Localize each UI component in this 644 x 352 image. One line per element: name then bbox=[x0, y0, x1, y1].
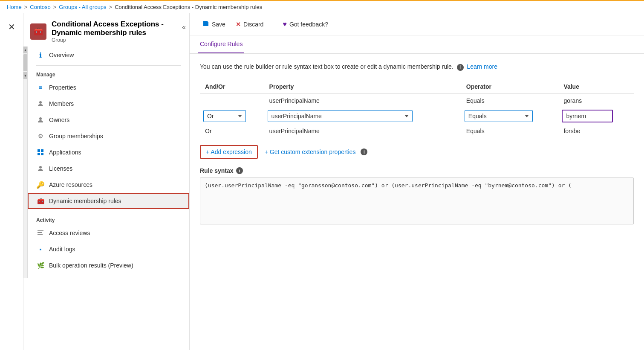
row1-value: gorans bbox=[558, 94, 634, 108]
owners-label: Owners bbox=[49, 116, 69, 123]
row3-value: forsbe bbox=[558, 124, 634, 138]
scroll-up[interactable]: ▲ bbox=[23, 47, 27, 53]
toolbar: Save ✕ Discard ♥ Got feedback? bbox=[190, 13, 644, 35]
custom-extension-info-icon[interactable]: i bbox=[361, 148, 367, 155]
svg-point-0 bbox=[39, 101, 42, 104]
table-row: Or userPrincipalName Equals forsbe bbox=[200, 124, 634, 138]
svg-point-6 bbox=[39, 166, 42, 169]
members-icon bbox=[36, 99, 45, 108]
manage-divider bbox=[36, 65, 181, 66]
svg-rect-2 bbox=[38, 149, 40, 152]
sidebar-subtitle: Group bbox=[52, 37, 182, 43]
svg-rect-5 bbox=[41, 153, 43, 155]
row3-andor: Or bbox=[200, 124, 264, 138]
svg-point-1 bbox=[39, 117, 42, 120]
discard-label: Discard bbox=[243, 21, 263, 28]
sidebar-item-bulk-operation[interactable]: 🌿 Bulk operation results (Preview) bbox=[28, 257, 189, 273]
info-icon: ℹ bbox=[36, 51, 45, 59]
scroll-thumb bbox=[23, 54, 27, 71]
breadcrumb-sep-2: > bbox=[53, 4, 57, 10]
azure-resources-icon: 🔑 bbox=[36, 180, 45, 189]
info-tooltip-icon[interactable]: i bbox=[457, 64, 464, 71]
close-button[interactable]: ✕ bbox=[5, 18, 19, 35]
value-input[interactable] bbox=[562, 110, 613, 122]
feedback-button[interactable]: ♥ Got feedback? bbox=[278, 18, 332, 31]
add-expression-button[interactable]: + Add expression bbox=[200, 145, 258, 159]
save-button[interactable]: Save bbox=[198, 17, 230, 31]
feedback-label: Got feedback? bbox=[289, 21, 328, 28]
table-header-row: And/Or Property Operator Value bbox=[200, 80, 634, 94]
sidebar-item-overview[interactable]: ℹ Properties Overview bbox=[28, 47, 189, 64]
sidebar-collapse-button[interactable]: « bbox=[179, 22, 189, 33]
members-label: Members bbox=[49, 100, 74, 107]
property-select[interactable]: userPrincipalName displayName mail bbox=[268, 110, 413, 122]
group-memberships-icon: ⚙ bbox=[36, 132, 45, 140]
close-col: ✕ bbox=[0, 13, 23, 350]
audit-logs-icon: ▪ bbox=[36, 245, 45, 253]
get-custom-extension-button[interactable]: + Get custom extension properties i bbox=[265, 148, 368, 155]
audit-logs-label: Audit logs bbox=[49, 246, 75, 253]
azure-resources-label: Azure resources bbox=[49, 181, 92, 188]
bulk-operation-label: Bulk operation results (Preview) bbox=[49, 262, 133, 269]
breadcrumb-sep-3: > bbox=[109, 4, 113, 10]
sidebar-item-applications[interactable]: Applications bbox=[28, 144, 189, 160]
content-area: You can use the rule builder or rule syn… bbox=[190, 54, 644, 234]
feedback-heart-icon: ♥ bbox=[283, 20, 287, 28]
activity-divider bbox=[36, 211, 181, 211]
group-memberships-label: Group memberships bbox=[49, 133, 103, 140]
breadcrumb-all-groups[interactable]: Groups - All groups bbox=[59, 4, 106, 10]
sidebar-item-properties[interactable]: ≡ Properties bbox=[28, 79, 189, 96]
sidebar-item-azure-resources[interactable]: 🔑 Azure resources bbox=[28, 177, 189, 193]
breadcrumb-contoso[interactable]: Contoso bbox=[30, 4, 50, 10]
activity-section-label: Activity bbox=[28, 213, 189, 225]
breadcrumb-home[interactable]: Home bbox=[7, 4, 22, 10]
save-label: Save bbox=[212, 21, 225, 28]
andor-select[interactable]: Or And bbox=[203, 110, 246, 122]
breadcrumb-current: Conditional Access Exceptions - Dynamic … bbox=[115, 4, 262, 10]
breadcrumb: Home > Contoso > Groups - All groups > C… bbox=[0, 0, 644, 13]
main-content: Save ✕ Discard ♥ Got feedback? Configure… bbox=[190, 13, 644, 350]
sidebar-scrollbar: ▲ ▼ bbox=[23, 47, 28, 278]
row3-operator: Equals bbox=[461, 124, 559, 138]
sidebar-item-access-reviews[interactable]: Access reviews bbox=[28, 225, 189, 241]
scroll-down[interactable]: ▼ bbox=[23, 72, 27, 79]
row3-property: userPrincipalName bbox=[264, 124, 461, 138]
sidebar: 🧰 Conditional Access Exceptions - Dynami… bbox=[23, 13, 190, 350]
save-icon bbox=[202, 20, 209, 28]
sidebar-title: Conditional Access Exceptions - Dynamic … bbox=[52, 20, 182, 37]
tab-configure-rules[interactable]: Configure Rules bbox=[198, 35, 244, 53]
discard-icon: ✕ bbox=[236, 21, 241, 28]
svg-rect-9 bbox=[38, 234, 43, 235]
col-header-value: Value bbox=[558, 80, 634, 94]
col-header-operator: Operator bbox=[461, 80, 559, 94]
discard-button[interactable]: ✕ Discard bbox=[231, 18, 268, 30]
access-reviews-label: Access reviews bbox=[49, 230, 90, 236]
get-custom-label: + Get custom extension properties bbox=[265, 148, 356, 155]
properties-icon: ≡ bbox=[36, 83, 45, 92]
col-header-property: Property bbox=[264, 80, 461, 94]
operator-select[interactable]: Equals Not Equals Contains bbox=[465, 110, 533, 122]
sidebar-item-group-memberships[interactable]: ⚙ Group memberships bbox=[28, 128, 189, 144]
rules-table: And/Or Property Operator Value userPrinc… bbox=[200, 80, 634, 138]
row1-property: userPrincipalName bbox=[264, 94, 461, 108]
sidebar-item-members[interactable]: Members bbox=[28, 96, 189, 112]
sidebar-item-owners[interactable]: Owners bbox=[28, 112, 189, 128]
sidebar-item-licenses[interactable]: Licenses bbox=[28, 160, 189, 177]
row2-andor-cell: Or And bbox=[200, 108, 264, 125]
dynamic-membership-label: Dynamic membership rules bbox=[49, 198, 121, 204]
sidebar-nav: ℹ Properties Overview Manage ≡ Propertie… bbox=[28, 47, 189, 278]
sidebar-item-dynamic-membership[interactable]: 🧰 Dynamic membership rules bbox=[28, 193, 189, 209]
row1-operator: Equals bbox=[461, 94, 559, 108]
toolbar-divider bbox=[273, 19, 273, 29]
sidebar-header: 🧰 Conditional Access Exceptions - Dynami… bbox=[23, 13, 189, 47]
sidebar-item-audit-logs[interactable]: ▪ Audit logs bbox=[28, 241, 189, 257]
row2-property-cell: userPrincipalName displayName mail bbox=[264, 108, 461, 125]
rule-syntax-info-icon[interactable]: i bbox=[236, 167, 243, 174]
learn-more-link[interactable]: Learn more bbox=[467, 63, 497, 70]
breadcrumb-sep-1: > bbox=[24, 4, 28, 10]
table-row: userPrincipalName Equals gorans bbox=[200, 94, 634, 108]
row2-value-cell bbox=[558, 108, 634, 125]
properties-label: Properties bbox=[49, 84, 76, 91]
rule-syntax-textarea[interactable]: (user.userPrincipalName -eq "goransson@c… bbox=[200, 177, 634, 224]
svg-rect-7 bbox=[38, 230, 43, 231]
